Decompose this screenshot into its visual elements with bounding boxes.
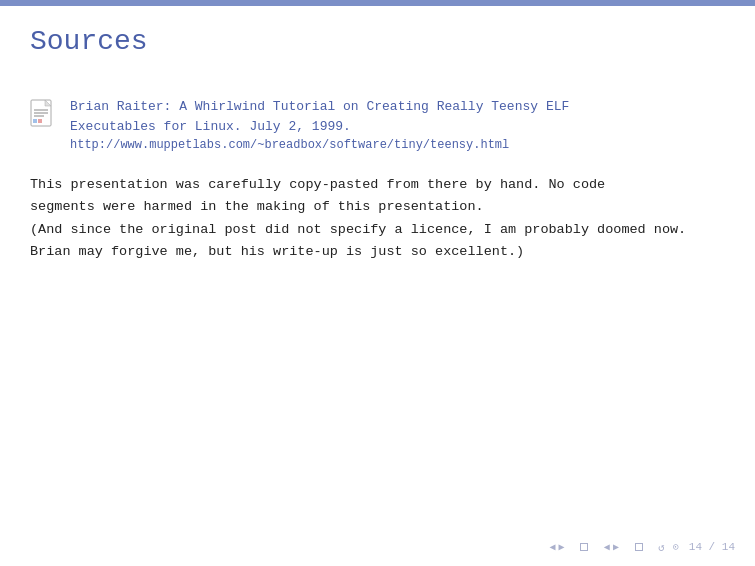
reference-text: Brian Raiter: A Whirlwind Tutorial on Cr…: [70, 97, 569, 154]
nav-first-icon[interactable]: ◀: [550, 541, 556, 553]
body-line1: This presentation was carefully copy-pas…: [30, 174, 725, 196]
nav-right-icon2[interactable]: ▶: [613, 541, 619, 553]
body-line2: segments were harmed in the making of th…: [30, 196, 725, 218]
reference-title-line1: Brian Raiter: A Whirlwind Tutorial on Cr…: [70, 97, 569, 117]
svg-rect-6: [38, 119, 42, 123]
reference-title-line2: Executables for Linux. July 2, 1999.: [70, 117, 569, 137]
footer: ◀ ▶ ◀ ▶ ↺ ⊙ 14 / 14: [0, 538, 755, 556]
nav-frame-icon: [580, 543, 588, 551]
body-line4: Brian may forgive me, but his write-up i…: [30, 241, 725, 263]
page-indicator: 14 / 14: [689, 541, 735, 553]
slide-content: Sources Brian Raiter: A Whirlwind Tutori…: [0, 6, 755, 263]
body-line3: (And since the original post did not spe…: [30, 219, 725, 241]
nav-zoom-icon[interactable]: ⊙: [673, 541, 679, 553]
nav-frame-icon2: [635, 543, 643, 551]
nav-right-icon1[interactable]: ◀: [604, 541, 610, 553]
document-icon: [30, 99, 58, 133]
slide-title: Sources: [30, 26, 725, 57]
nav-left-icon[interactable]: ▶: [559, 541, 565, 553]
reference-block: Brian Raiter: A Whirlwind Tutorial on Cr…: [30, 97, 725, 154]
nav-icons: ◀ ▶ ◀ ▶ ↺ ⊙: [550, 538, 679, 556]
svg-rect-5: [33, 119, 37, 123]
refresh-icon[interactable]: ↺: [658, 541, 665, 554]
reference-url: http://www.muppetlabs.com/~breadbox/soft…: [70, 136, 569, 154]
body-text: This presentation was carefully copy-pas…: [30, 174, 725, 263]
